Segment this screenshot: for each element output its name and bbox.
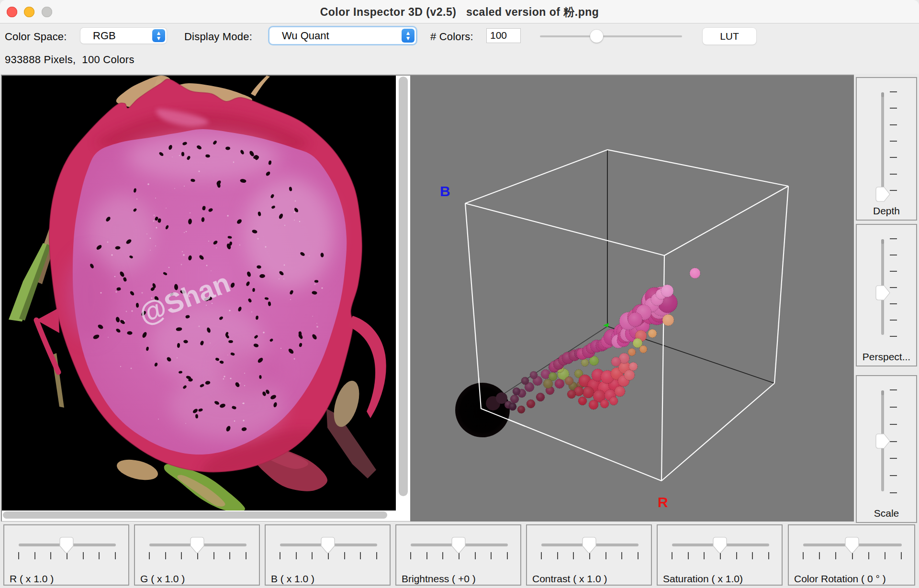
svg-text:R ( x 1.0 ): R ( x 1.0 )	[10, 573, 54, 584]
svg-text:Perspect...: Perspect...	[863, 351, 910, 362]
svg-text:Brightness ( +0 ): Brightness ( +0 )	[402, 573, 476, 584]
svg-text:G ( x 1.0 ): G ( x 1.0 )	[140, 573, 185, 584]
svg-text:Depth: Depth	[873, 205, 900, 216]
svg-text:Contrast ( x 1.0 ): Contrast ( x 1.0 )	[532, 573, 607, 584]
svg-text:Scale: Scale	[874, 508, 899, 519]
svg-text:B ( x 1.0 ): B ( x 1.0 )	[271, 573, 314, 584]
svg-text:Saturation ( x 1.0): Saturation ( x 1.0)	[663, 573, 743, 584]
svg-text:R: R	[658, 494, 668, 510]
svg-text:Color Rotation ( 0 ° ): Color Rotation ( 0 ° )	[794, 573, 886, 584]
svg-text:B: B	[440, 183, 450, 199]
